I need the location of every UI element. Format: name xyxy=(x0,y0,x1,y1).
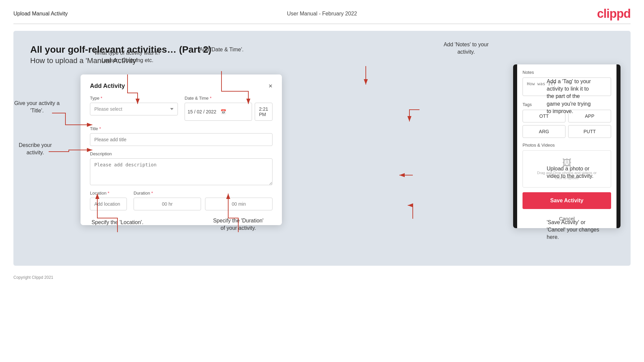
title-label: Title * xyxy=(90,126,273,131)
duration-hr-input[interactable] xyxy=(134,198,201,210)
notes-label: Notes xyxy=(523,70,611,75)
description-group: Description xyxy=(90,151,273,185)
annotation-date-time: Add 'Date & Time'. xyxy=(191,46,252,53)
time-input[interactable]: 2:21 PM xyxy=(255,103,273,121)
duration-min-input[interactable] xyxy=(205,198,273,210)
annotation-duration: Specify the 'Duration'of your activity. xyxy=(201,217,275,232)
phone-left-border xyxy=(513,64,517,228)
duration-group: Duration * xyxy=(134,191,273,210)
date-input[interactable]: 15 / 02 / 2022 📅 xyxy=(185,103,252,121)
type-date-row: Type * Please select Date & Time * 15 / … xyxy=(90,96,273,121)
main-content: All your golf-relevant activities… (Part… xyxy=(13,31,631,266)
annotation-tags: Add a 'Tag' to youractivity to link it t… xyxy=(547,78,624,115)
page-heading: Upload Manual Activity xyxy=(13,11,68,17)
manual-title: User Manual - February 2022 xyxy=(287,11,357,17)
tag-arg[interactable]: ARG xyxy=(523,125,565,138)
add-activity-modal: Add Activity × Type * Please select Date… xyxy=(81,74,282,225)
duration-inputs xyxy=(134,198,273,210)
top-bar: Upload Manual Activity User Manual - Feb… xyxy=(0,0,644,23)
copyright: Copyright Clippd 2021 xyxy=(0,272,644,282)
location-group: Location * xyxy=(90,191,127,210)
title-input[interactable] xyxy=(90,133,273,146)
save-activity-button[interactable]: Save Activity xyxy=(523,192,611,209)
location-input[interactable] xyxy=(90,198,127,210)
annotation-photos: Upload a photo orvideo to the activity. xyxy=(547,165,624,180)
description-textarea[interactable] xyxy=(90,158,273,185)
logo: clippd xyxy=(597,7,631,21)
tag-putt[interactable]: PUTT xyxy=(568,125,611,138)
annotation-notes: Add 'Notes' to youractivity. xyxy=(433,41,500,56)
modal-header: Add Activity × xyxy=(90,83,273,90)
title-row: Title * xyxy=(90,126,273,146)
close-button[interactable]: × xyxy=(268,83,273,89)
annotation-description: Describe youractivity. xyxy=(10,142,60,157)
annotation-title: Give your activity a'Title'. xyxy=(10,100,64,115)
datetime-label: Date & Time * xyxy=(185,96,273,101)
location-duration-row: Location * Duration * xyxy=(90,191,273,210)
duration-label: Duration * xyxy=(134,191,273,196)
type-group: Type * Please select xyxy=(90,96,178,121)
annotation-save: 'Save Activity' or'Cancel' your changesh… xyxy=(547,219,624,241)
modal-title: Add Activity xyxy=(90,83,125,90)
location-label: Location * xyxy=(90,191,127,196)
description-row: Description xyxy=(90,151,273,185)
annotation-location: Specify the 'Location'. xyxy=(84,219,151,226)
photos-label: Photos & Videos xyxy=(523,143,611,148)
type-select[interactable]: Please select xyxy=(90,103,178,115)
description-label: Description xyxy=(90,151,273,156)
title-group: Title * xyxy=(90,126,273,146)
header-divider xyxy=(13,23,631,24)
datetime-group: Date & Time * 15 / 02 / 2022 📅 2:21 PM xyxy=(185,96,273,121)
type-label: Type * xyxy=(90,96,178,101)
annotation-activity-type: What type of activity was it?Lesson, Chi… xyxy=(91,49,164,64)
